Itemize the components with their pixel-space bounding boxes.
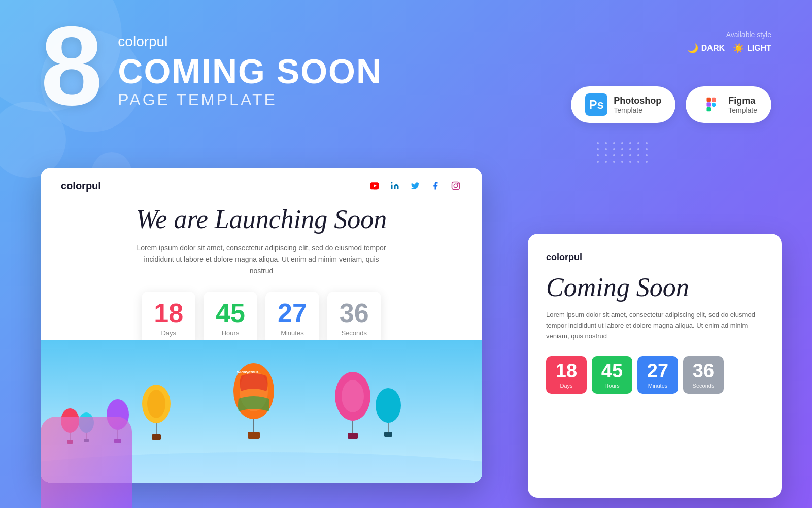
svg-text:widayatour: widayatour (236, 370, 258, 374)
style-switcher: Available style 🌙 DARK ☀️ LIGHT (687, 30, 771, 54)
svg-rect-0 (707, 98, 712, 102)
mini-days-number: 18 (553, 361, 580, 380)
mini-countdown-minutes: 27 Minutes (637, 356, 678, 394)
mini-seconds-label: Seconds (690, 383, 717, 389)
coming-soon-title: COMING SOON (118, 54, 382, 88)
moon-icon: 🌙 (687, 43, 698, 54)
figma-icon (700, 93, 722, 116)
seconds-label: Seconds (340, 329, 369, 337)
dark-mode-option[interactable]: 🌙 DARK (687, 43, 725, 54)
countdown-minutes: 27 Minutes (265, 292, 319, 345)
svg-rect-2 (707, 102, 712, 107)
svg-rect-28 (384, 432, 392, 437)
ps-icon: Ps (585, 93, 607, 116)
instagram-icon[interactable] (450, 180, 462, 192)
hours-label: Hours (216, 329, 245, 337)
bottom-left-decoration (41, 417, 132, 508)
light-mode-option[interactable]: ☀️ LIGHT (733, 43, 771, 54)
mini-hours-label: Hours (599, 383, 625, 389)
twitter-icon[interactable] (409, 180, 421, 192)
figma-button[interactable]: Figma Template (686, 86, 771, 123)
minutes-label: Minutes (278, 329, 307, 337)
social-icons (368, 180, 462, 192)
side-preview-card: colorpul Coming Soon Lorem ipsum dolor s… (528, 234, 782, 498)
mini-minutes-label: Minutes (645, 383, 671, 389)
minutes-number: 27 (278, 300, 307, 326)
days-label: Days (154, 329, 183, 337)
photoshop-button[interactable]: Ps Photoshop Template (571, 86, 675, 123)
countdown-hours: 45 Hours (204, 292, 257, 345)
youtube-icon[interactable] (368, 180, 381, 192)
mini-seconds-number: 36 (690, 361, 717, 380)
light-label: LIGHT (747, 44, 771, 53)
launching-description: Lorem ipsum dolor sit amet, consectetur … (134, 242, 388, 276)
svg-point-16 (147, 390, 165, 418)
style-options: 🌙 DARK ☀️ LIGHT (687, 43, 771, 54)
linkedin-icon[interactable] (389, 180, 401, 192)
mini-days-label: Days (553, 383, 580, 389)
dark-label: DARK (701, 44, 725, 53)
facebook-icon[interactable] (429, 180, 442, 192)
countdown-seconds: 36 Seconds (327, 292, 381, 345)
svg-rect-25 (348, 433, 358, 439)
svg-point-7 (454, 184, 458, 188)
template-number: 8 (41, 10, 103, 122)
main-card-brand: colorpul (61, 180, 101, 192)
svg-point-26 (376, 388, 401, 423)
svg-rect-1 (712, 98, 716, 102)
svg-rect-14 (248, 432, 260, 439)
side-card-brand: colorpul (546, 252, 763, 263)
svg-point-5 (391, 182, 393, 184)
svg-rect-6 (452, 182, 460, 190)
mini-minutes-number: 27 (645, 361, 671, 380)
available-style-label: Available style (726, 30, 771, 39)
photoshop-sub: Template (614, 106, 661, 114)
template-buttons: Ps Photoshop Template Figma Template (571, 86, 771, 123)
svg-rect-18 (152, 434, 161, 440)
launching-title: We are Launching Soon (61, 204, 462, 234)
header-brand: colorpul (118, 34, 382, 50)
mini-countdown-days: 18 Days (546, 356, 587, 394)
days-number: 18 (154, 300, 183, 326)
page-template-label: PAGE TEMPLATE (118, 90, 382, 109)
svg-point-4 (712, 103, 716, 107)
figma-label: Figma (728, 96, 757, 106)
mini-countdown-seconds: 36 Seconds (683, 356, 724, 394)
countdown-days: 18 Days (142, 292, 195, 345)
sun-icon: ☀️ (733, 43, 744, 54)
title-block: colorpul COMING SOON PAGE TEMPLATE (118, 34, 382, 109)
photoshop-label: Photoshop (614, 96, 661, 106)
svg-point-8 (457, 183, 458, 184)
mini-hours-number: 45 (599, 361, 625, 380)
figma-sub: Template (728, 106, 757, 114)
side-card-title: Coming Soon (546, 273, 763, 302)
svg-point-23 (342, 380, 364, 412)
side-card-countdown: 18 Days 45 Hours 27 Minutes 36 Seconds (546, 356, 763, 394)
mini-countdown-hours: 45 Hours (592, 356, 632, 394)
svg-rect-3 (707, 107, 712, 112)
figma-text: Figma Template (728, 96, 757, 114)
countdown-timer: 18 Days 45 Hours 27 Minutes 36 Seconds (61, 292, 462, 345)
dots-decoration (597, 142, 650, 163)
main-card-header: colorpul (41, 168, 482, 204)
seconds-number: 36 (340, 300, 369, 326)
side-card-description: Lorem ipsum dolor sit amet, consectetur … (546, 310, 763, 341)
photoshop-text: Photoshop Template (614, 96, 661, 114)
hours-number: 45 (216, 300, 245, 326)
